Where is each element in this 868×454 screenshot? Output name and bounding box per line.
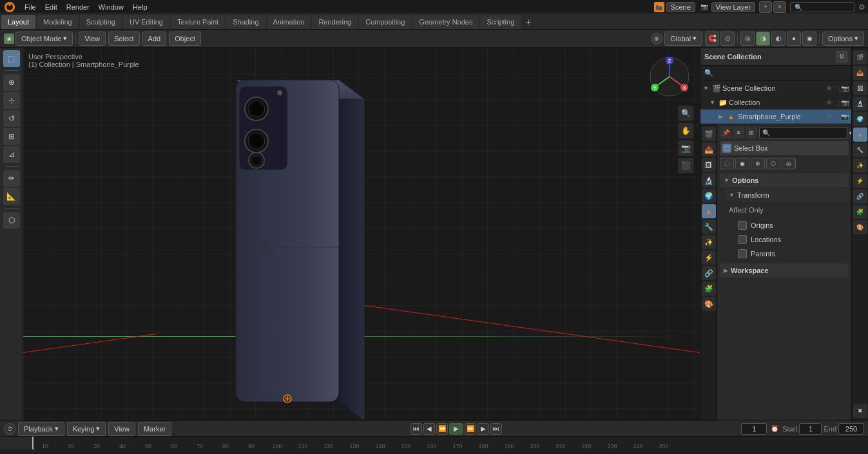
playhead[interactable] <box>32 437 34 449</box>
object-menu[interactable]: Object <box>169 32 201 46</box>
current-frame-input[interactable]: 1 <box>741 423 767 435</box>
scene-collection-render[interactable]: 📷 <box>841 85 849 92</box>
scene-selector[interactable]: Scene <box>666 2 695 12</box>
parents-checkbox[interactable] <box>738 249 747 258</box>
viewport-shading-3[interactable]: ● <box>787 32 801 46</box>
menu-edit[interactable]: Edit <box>41 2 61 12</box>
object-props-icon[interactable]: ▲ <box>702 204 716 218</box>
move-tool[interactable]: ⊹ <box>3 92 20 109</box>
rs-modifier-icon[interactable]: 🔧 <box>853 143 867 157</box>
expand-smartphone[interactable]: ▶ <box>719 113 726 120</box>
rs-view-layer-icon[interactable]: 🖼 <box>853 81 867 95</box>
jump-start-btn[interactable]: ⏮ <box>410 423 422 435</box>
rs-output-icon[interactable]: 📤 <box>853 66 867 80</box>
add-workspace-tab[interactable]: + <box>522 15 535 28</box>
prop-pin-icon[interactable]: 📌 <box>720 127 731 138</box>
physics-props-icon[interactable]: ⚡ <box>702 251 716 265</box>
rs-object-icon[interactable]: ▲ <box>853 128 867 142</box>
collection-render[interactable]: 📷 <box>841 99 849 106</box>
tab-rendering[interactable]: Rendering <box>312 15 358 29</box>
transform-subsection-header[interactable]: ▼ Transform <box>725 189 849 202</box>
timeline-view-menu[interactable]: View <box>108 422 135 436</box>
menu-render[interactable]: Render <box>63 2 93 12</box>
outliner-scene-collection[interactable]: ▼ 🎬 Scene Collection 👁 ⬚ 📷 <box>700 81 851 95</box>
camera-view-icon[interactable]: 📷 <box>678 140 693 156</box>
play-btn[interactable]: ▶ <box>449 423 463 435</box>
overlay-icon[interactable]: ◎ <box>740 32 755 46</box>
rs-constraints-icon[interactable]: 🔗 <box>853 189 867 203</box>
viewport-shading-2[interactable]: ◐ <box>771 32 786 46</box>
tab-sculpting[interactable]: Sculpting <box>80 15 122 29</box>
zoom-in-icon[interactable]: 🔍 <box>678 106 693 121</box>
tool-icon-1[interactable]: ⬚ <box>720 158 734 169</box>
prev-keyframe-btn[interactable]: ⏪ <box>436 423 448 435</box>
prop-search-input[interactable] <box>759 127 847 138</box>
rs-data-icon[interactable]: 🧩 <box>853 205 867 219</box>
view-layer-props-icon[interactable]: 🖼 <box>702 158 716 172</box>
keying-menu[interactable]: Keying▾ <box>67 422 106 436</box>
tool-icon-4[interactable]: ⬡ <box>766 158 780 169</box>
render-icon[interactable]: ⬛ <box>678 158 693 173</box>
tab-compositing[interactable]: Compositing <box>359 15 411 29</box>
scale-tool[interactable]: ⊞ <box>3 128 20 145</box>
data-props-icon[interactable]: 🧩 <box>702 281 716 296</box>
viewport-shading-4[interactable]: ◉ <box>802 32 816 46</box>
end-frame-input[interactable]: 250 <box>838 423 864 435</box>
scene-collection-select[interactable]: ⬚ <box>834 85 840 92</box>
view-layer-add[interactable]: + <box>759 1 772 13</box>
expand-collection[interactable]: ▼ <box>709 99 717 106</box>
next-keyframe-btn[interactable]: ⏩ <box>465 423 476 435</box>
material-props-icon[interactable]: 🎨 <box>702 297 716 311</box>
rs-world-icon[interactable]: 🌍 <box>853 112 867 126</box>
workspace-section[interactable]: ▶ Workspace <box>720 263 849 278</box>
hand-icon[interactable]: ✋ <box>678 123 693 138</box>
expand-scene-collection[interactable]: ▼ <box>703 85 711 91</box>
playback-menu[interactable]: Playback▾ <box>18 422 64 436</box>
rs-scene-icon[interactable]: 🔬 <box>853 97 867 111</box>
collection-eye[interactable]: 👁 <box>826 99 833 106</box>
smartphone-eye[interactable]: 👁 <box>826 113 833 120</box>
locations-checkbox[interactable] <box>738 235 747 244</box>
render-props-icon[interactable]: 🎬 <box>702 127 716 141</box>
viewport-gizmo[interactable]: Z X Y <box>647 54 692 99</box>
smartphone-render[interactable]: 📷 <box>841 113 849 120</box>
jump-end-btn[interactable]: ⏭ <box>490 423 502 435</box>
rs-particles-icon[interactable]: ✨ <box>853 158 867 173</box>
filter-icon[interactable]: ⚙ <box>858 3 865 12</box>
tool-icon-2[interactable]: ◉ <box>735 158 749 169</box>
tab-layout[interactable]: Layout <box>1 15 35 29</box>
outliner-filter[interactable]: ⚙ <box>836 51 847 62</box>
viewport[interactable]: User Perspective (1) Collection | Smartp… <box>23 48 700 421</box>
tab-uv-editing[interactable]: UV Editing <box>123 15 169 29</box>
transform-pivot-icon[interactable]: ⊕ <box>651 33 662 44</box>
rs-render-icon[interactable]: 🎬 <box>853 50 867 64</box>
outliner-collection[interactable]: ▼ 📁 Collection 👁 ⬚ 📷 <box>700 95 851 109</box>
particles-props-icon[interactable]: ✨ <box>702 235 716 249</box>
cursor-tool[interactable]: ⊕ <box>3 74 20 91</box>
constraints-props-icon[interactable]: 🔗 <box>702 266 716 280</box>
modifier-props-icon[interactable]: 🔧 <box>702 220 716 234</box>
tab-geometry-nodes[interactable]: Geometry Nodes <box>412 15 479 29</box>
transform-global[interactable]: Global▾ <box>664 32 702 46</box>
tab-texture-paint[interactable]: Texture Paint <box>171 15 225 29</box>
select-box-row[interactable]: ⬚ Select Box <box>720 141 849 155</box>
rs-physics-icon[interactable]: ⚡ <box>853 174 867 188</box>
next-frame-btn[interactable]: ▶ <box>477 423 489 435</box>
rs-close-icon[interactable]: ✖ <box>853 404 867 418</box>
prop-list-icon[interactable]: ≡ <box>733 127 744 138</box>
select-menu[interactable]: Select <box>108 32 140 46</box>
prev-frame-btn[interactable]: ◀ <box>423 423 435 435</box>
mode-selector[interactable]: Object Mode ▾ <box>15 32 73 46</box>
marker-menu[interactable]: Marker <box>138 422 171 436</box>
tab-animation[interactable]: Animation <box>267 15 311 29</box>
search-bar[interactable]: 🔍 <box>790 2 854 12</box>
collection-select[interactable]: ⬚ <box>834 99 840 106</box>
playback-icon[interactable]: ⏱ <box>4 423 15 435</box>
annotate-tool[interactable]: ✏ <box>3 170 20 187</box>
view-menu[interactable]: View <box>79 32 106 46</box>
output-props-icon[interactable]: 📤 <box>702 142 716 156</box>
smartphone-select[interactable]: ⬚ <box>834 113 840 120</box>
prop-more-icon[interactable]: ⊞ <box>746 127 757 138</box>
start-frame-input[interactable]: 1 <box>799 423 822 435</box>
select-tool[interactable]: ⬚ <box>3 50 20 67</box>
